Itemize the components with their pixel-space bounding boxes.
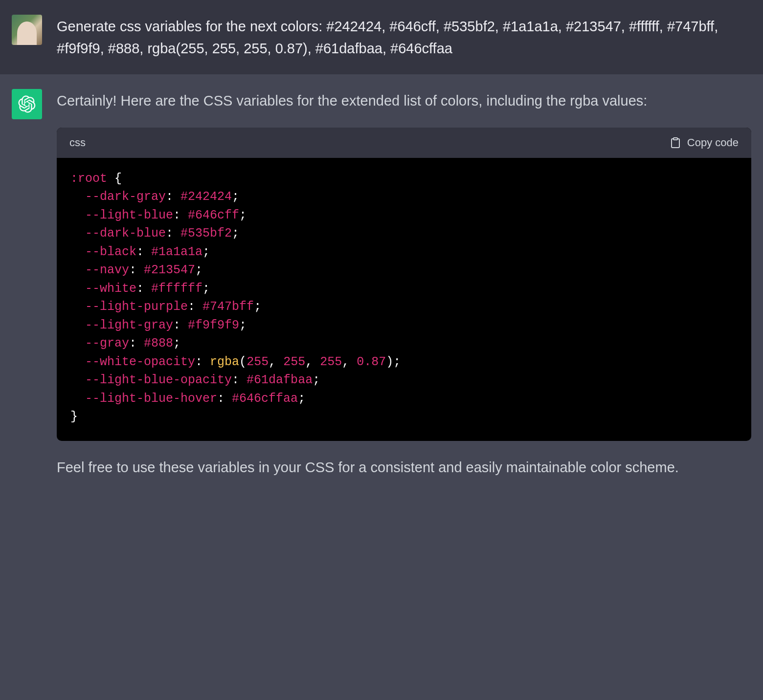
assistant-intro-text: Certainly! Here are the CSS variables fo… (57, 90, 751, 112)
code-body[interactable]: :root { --dark-gray: #242424; --light-bl… (57, 158, 751, 441)
code-block: css Copy code :root { --dark-gray: #2424… (57, 128, 751, 441)
user-prompt-text: Generate css variables for the next colo… (57, 15, 751, 60)
assistant-outro-text: Feel free to use these variables in your… (57, 457, 751, 479)
assistant-avatar (12, 89, 42, 119)
copy-code-button[interactable]: Copy code (670, 134, 739, 151)
copy-code-label: Copy code (687, 134, 739, 151)
svg-rect-0 (673, 138, 677, 140)
clipboard-icon (670, 137, 681, 149)
assistant-content: Certainly! Here are the CSS variables fo… (57, 89, 751, 479)
code-language-label: css (69, 134, 86, 151)
assistant-message: Certainly! Here are the CSS variables fo… (0, 74, 763, 493)
user-avatar (12, 15, 42, 45)
code-header: css Copy code (57, 128, 751, 158)
openai-logo-icon (18, 95, 36, 113)
user-message: Generate css variables for the next colo… (0, 0, 763, 74)
